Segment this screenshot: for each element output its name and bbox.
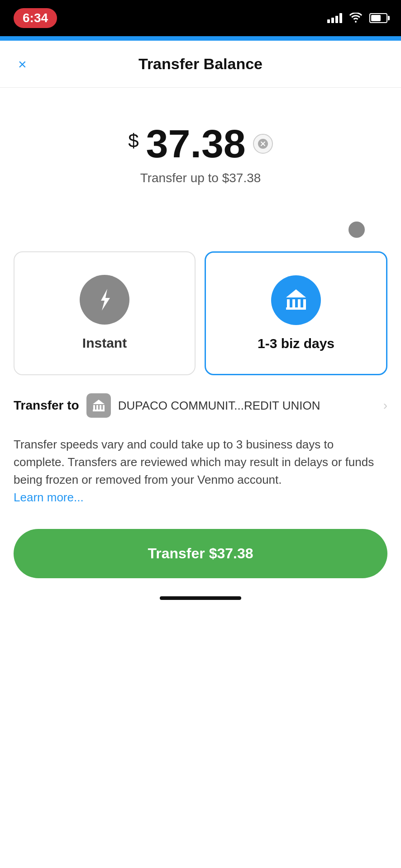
home-bar	[160, 596, 241, 600]
info-text: Transfer speeds vary and could take up t…	[0, 431, 401, 520]
svg-rect-3	[292, 299, 295, 307]
svg-marker-12	[93, 400, 105, 404]
battery-icon	[369, 13, 387, 23]
page-title: Transfer Balance	[138, 55, 263, 73]
main-card: × Transfer Balance $ 37.38 Transfer up t…	[0, 41, 401, 868]
svg-rect-2	[287, 299, 290, 307]
bank-name: DUPACO COMMUNIT...REDIT UNION	[118, 399, 376, 413]
learn-more-link[interactable]: Learn more...	[14, 491, 84, 504]
clear-amount-button[interactable]	[253, 134, 273, 154]
close-button[interactable]: ×	[18, 57, 27, 71]
instant-label: Instant	[82, 335, 127, 351]
svg-rect-10	[100, 405, 101, 410]
amount-row: $ 37.38	[128, 124, 273, 164]
lightning-icon	[91, 286, 118, 313]
home-indicator	[0, 587, 401, 604]
transfer-button[interactable]: Transfer $37.38	[14, 529, 387, 578]
svg-rect-13	[93, 410, 105, 411]
progress-bar	[0, 36, 401, 41]
bank-small-icon	[91, 398, 106, 413]
bank-icon-circle	[271, 275, 321, 325]
info-text-content: Transfer speeds vary and could take up t…	[14, 438, 374, 486]
slider-area[interactable]	[0, 212, 401, 247]
transfer-to-row[interactable]: Transfer to DUPACO COMMUNIT...REDIT UNIO…	[0, 380, 401, 431]
bank-icon-small	[86, 393, 111, 418]
chevron-right-icon: ›	[383, 398, 387, 413]
status-time: 6:34	[14, 8, 57, 28]
amount-subtitle: Transfer up to $37.38	[140, 171, 261, 185]
svg-rect-9	[96, 405, 98, 410]
bank-icon	[282, 287, 310, 314]
svg-marker-1	[101, 289, 110, 311]
svg-rect-7	[286, 307, 306, 310]
svg-marker-6	[286, 289, 306, 297]
page-header: × Transfer Balance	[0, 41, 401, 88]
instant-option[interactable]: Instant	[14, 251, 196, 375]
status-bar: 6:34	[0, 0, 401, 36]
transfer-options: Instant 1-3 biz days	[0, 251, 401, 375]
standard-option[interactable]: 1-3 biz days	[205, 251, 387, 375]
svg-rect-5	[303, 299, 306, 307]
transfer-to-label: Transfer to	[14, 398, 79, 413]
status-icons	[327, 13, 387, 24]
dollar-sign: $	[128, 130, 138, 152]
amount-section: $ 37.38 Transfer up to $37.38	[0, 88, 401, 203]
svg-rect-8	[93, 405, 95, 410]
svg-rect-4	[298, 299, 301, 307]
amount-value[interactable]: 37.38	[146, 124, 246, 164]
standard-label: 1-3 biz days	[258, 336, 334, 351]
wifi-icon	[348, 13, 363, 24]
signal-icon	[327, 13, 342, 23]
svg-rect-11	[103, 405, 105, 410]
instant-icon-circle	[80, 275, 129, 325]
slider-dot[interactable]	[348, 222, 365, 238]
